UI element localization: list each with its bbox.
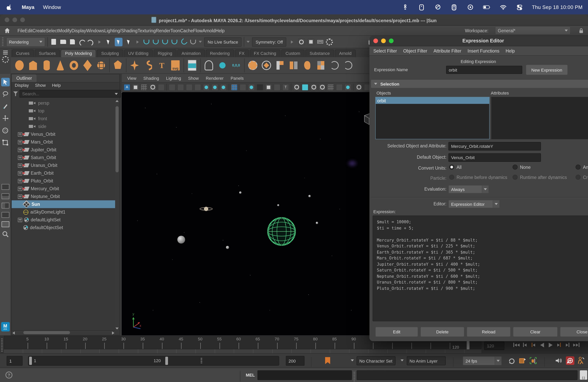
planet-small[interactable] — [226, 246, 229, 249]
maya-menu-item[interactable]: Texturing — [138, 28, 156, 33]
wireframe-icon[interactable] — [293, 84, 300, 90]
objects-list-item-selected[interactable]: orbit — [376, 97, 489, 104]
annotate-icon[interactable] — [220, 84, 227, 90]
scroll-right-icon[interactable] — [112, 331, 114, 335]
maya-menu-item[interactable]: Flow — [193, 28, 203, 33]
layout-split-button[interactable] — [1, 212, 9, 218]
outliner-row-persp[interactable]: persp — [12, 99, 115, 107]
evaluation-dropdown[interactable]: Always — [448, 185, 489, 193]
poly-helix-icon[interactable] — [143, 60, 154, 71]
help-icon[interactable]: ? — [5, 371, 12, 379]
select-object-icon[interactable] — [115, 38, 123, 46]
poly-cone-icon[interactable] — [55, 60, 66, 71]
outliner-row-defaultobjectset[interactable]: defaultObjectSet — [12, 224, 115, 232]
range-end-handle[interactable] — [165, 357, 168, 365]
heads-up-display-icon[interactable]: T — [282, 84, 289, 90]
outliner-row-earth-orbit[interactable]: Earth_Orbit — [12, 169, 115, 177]
maya-menu-item[interactable]: Edit — [25, 28, 32, 33]
camera-attributes-icon[interactable] — [169, 84, 175, 90]
bookmark-icon[interactable] — [325, 357, 330, 364]
expression-editor-menu-item[interactable]: Insert Functions — [468, 48, 500, 53]
shelf-tab[interactable]: Arnold — [335, 49, 356, 57]
2d-pan-zoom-icon[interactable] — [194, 84, 201, 90]
expression-editor-menu-item[interactable]: Object Filter — [403, 48, 427, 53]
planet-small[interactable] — [239, 191, 242, 194]
expression-name-field[interactable]: orbit — [446, 66, 522, 74]
snap-grid-icon[interactable] — [143, 38, 150, 45]
field-chart-icon[interactable] — [158, 84, 165, 90]
expand-icon[interactable] — [18, 155, 22, 160]
grid-toggle-icon[interactable] — [231, 84, 238, 90]
clear-button[interactable]: Clear — [513, 327, 558, 337]
viewport-menu-item[interactable]: Lighting — [166, 76, 181, 80]
outliner-row-skydomelight[interactable]: aiSkyDomeLight1 — [12, 208, 115, 216]
magnifier-icon[interactable] — [2, 231, 9, 238]
expression-code-area[interactable]: $mult = 10000;$ti = time + 5; Mercury_Or… — [373, 215, 588, 321]
particle-creation-radio[interactable]: Creation — [576, 175, 588, 180]
current-frame-field[interactable]: 120 — [484, 341, 504, 350]
poly-plane-icon[interactable] — [82, 60, 93, 71]
outliner-row-saturn-orbit[interactable]: Saturn_Orbit — [12, 154, 115, 161]
mirror-icon[interactable] — [288, 60, 299, 71]
gate-mask-toggle-icon[interactable] — [257, 84, 263, 90]
outliner-row-neptune-orbit[interactable]: Neptune_Orbit — [12, 192, 115, 200]
expand-icon[interactable] — [18, 194, 22, 199]
play-backwards-button[interactable] — [538, 341, 546, 349]
wireframe-on-shaded-icon[interactable] — [310, 84, 317, 90]
zoom-window-icon[interactable] — [20, 18, 25, 22]
delete-button[interactable]: Delete — [420, 327, 464, 337]
shelf-tab[interactable]: Rigging — [153, 49, 177, 57]
safe-title-icon[interactable] — [274, 84, 280, 90]
maya-menu-item[interactable]: Select — [46, 28, 58, 33]
snap-projected-center-icon[interactable] — [171, 38, 178, 45]
lock-camera-icon[interactable] — [132, 84, 139, 90]
maya-menu-item[interactable]: Arnold — [202, 28, 215, 33]
sound-icon[interactable] — [555, 357, 562, 365]
character-set-chevron-icon[interactable] — [351, 360, 354, 361]
origin-icon[interactable]: 0,0,0 — [231, 60, 242, 71]
particle-before-radio[interactable]: Runtime before dynamics — [449, 175, 507, 180]
animation-end-field[interactable]: 200 — [286, 356, 304, 366]
screen-mirroring-icon[interactable] — [450, 4, 458, 10]
menubar-item-window[interactable]: Window — [43, 4, 61, 10]
outliner-row-mercury-orbit[interactable]: Mercury_Orbit — [12, 185, 115, 192]
time-editor-icon[interactable] — [217, 60, 228, 71]
timeslider-grip[interactable] — [1, 339, 3, 352]
play-circle-icon[interactable] — [466, 4, 474, 10]
shelf-tab[interactable]: Animation — [177, 49, 205, 57]
step-forward-frame-button[interactable] — [564, 341, 571, 349]
maya-menu-item[interactable]: Lighting/Shading — [104, 28, 137, 33]
expression-editor-menu-item[interactable]: Help — [505, 48, 515, 53]
poly-torus-icon[interactable] — [68, 60, 79, 71]
render-current-frame-icon[interactable] — [307, 38, 315, 45]
viewport-menu-item[interactable]: View — [127, 76, 136, 80]
scrollbar-thumb[interactable] — [116, 106, 119, 172]
render-settings-icon[interactable] — [326, 38, 333, 45]
shadows-icon[interactable] — [345, 84, 351, 90]
particle-after-radio[interactable]: Runtime after dynamics — [513, 175, 567, 180]
render-view-icon[interactable] — [298, 38, 305, 45]
chevron-down-icon[interactable] — [115, 93, 118, 95]
outliner-menu-display[interactable]: Display — [15, 83, 29, 87]
smooth-shade-icon[interactable] — [302, 84, 308, 90]
move-tool[interactable] — [1, 114, 10, 123]
select-component-icon[interactable] — [125, 38, 133, 46]
workspace-dropdown[interactable]: General* — [495, 26, 570, 35]
retopologize-icon[interactable] — [329, 60, 340, 71]
viewport-menu-item[interactable]: Renderer — [206, 76, 224, 80]
playback-loop-icon[interactable] — [508, 357, 516, 365]
close-window-icon[interactable] — [5, 18, 9, 22]
shelf-tab[interactable]: Sculpting — [97, 49, 123, 57]
range-grip[interactable] — [201, 358, 202, 364]
sweep-mesh-icon[interactable] — [187, 60, 198, 71]
textured-icon[interactable] — [319, 84, 326, 90]
snap-curve-icon[interactable] — [152, 38, 159, 45]
outliner-row-side[interactable]: side — [12, 123, 115, 130]
convert-units-all-radio[interactable]: All — [449, 165, 462, 170]
fps-dropdown[interactable]: 24 fps — [463, 356, 502, 365]
step-back-key-button[interactable] — [530, 341, 537, 349]
play-forwards-button[interactable] — [547, 341, 554, 349]
radio-off-icon[interactable] — [449, 175, 454, 180]
outliner-row-jupiter-orbit[interactable]: Jupiter_Orbit — [12, 146, 115, 154]
shelf-tab[interactable]: UV Editing — [124, 49, 153, 57]
